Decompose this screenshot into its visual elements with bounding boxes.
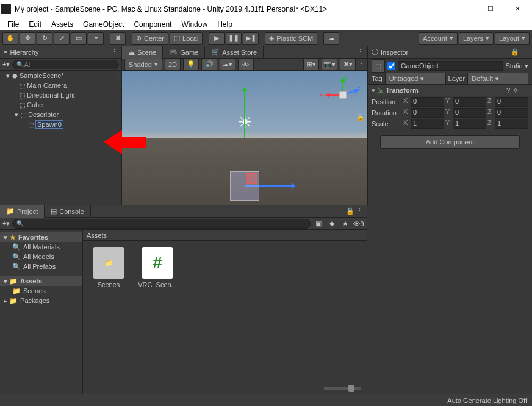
- gizmo-toggle[interactable]: ⊞▾: [303, 59, 319, 71]
- favorite-button[interactable]: ★: [340, 219, 351, 229]
- close-button[interactable]: ✕: [504, 1, 531, 18]
- filter-type-button[interactable]: ▣: [313, 219, 324, 229]
- project-item-folder[interactable]: 📁Scenes: [89, 247, 128, 288]
- pos-y-field[interactable]: 0: [453, 97, 486, 107]
- project-tabs-menu[interactable]: 🔒 ⋮: [342, 207, 367, 215]
- menu-gameobject[interactable]: GameObject: [78, 19, 129, 30]
- menu-assets[interactable]: Assets: [46, 19, 78, 30]
- rect-tool-button[interactable]: ▭: [71, 32, 87, 45]
- star-icon: ★: [10, 233, 16, 241]
- project-search[interactable]: 🔍: [12, 219, 311, 229]
- tab-asset-store[interactable]: 🛒Asset Store: [205, 46, 264, 59]
- hierarchy-search[interactable]: 🔍 All: [12, 60, 119, 69]
- tab-project[interactable]: 📁Project: [0, 205, 45, 218]
- pos-z-field[interactable]: 0: [495, 97, 528, 107]
- tab-console[interactable]: ▤Console: [45, 205, 90, 218]
- breadcrumb[interactable]: Assets: [83, 230, 367, 241]
- scene-row[interactable]: ▾ ⬣SampleScene*⋮: [0, 71, 121, 80]
- vcs-button[interactable]: ◈Plastic SCM: [265, 32, 317, 45]
- help-icon[interactable]: ?: [506, 87, 510, 94]
- lighting-toggle[interactable]: 💡: [183, 59, 199, 71]
- draw-mode-dropdown[interactable]: Shaded ▾: [124, 59, 162, 71]
- project-add-button[interactable]: +▾: [2, 219, 10, 227]
- menu-component[interactable]: Component: [129, 19, 176, 30]
- add-component-button[interactable]: Add Component: [380, 135, 520, 149]
- scale-tool-button[interactable]: ⤢: [54, 32, 70, 45]
- filter-label-button[interactable]: ◆: [326, 219, 337, 229]
- layer-dropdown[interactable]: Default ▾: [467, 73, 528, 85]
- tab-game[interactable]: 🎮Game: [163, 46, 205, 59]
- packages-header[interactable]: ▸ 📁 Packages: [0, 296, 82, 305]
- tag-dropdown[interactable]: Untagged ▾: [385, 73, 446, 85]
- component-menu-icon[interactable]: ⋮: [522, 87, 528, 94]
- app-icon: [1, 4, 11, 14]
- hierarchy-item-light[interactable]: ⬚Directional Light: [0, 90, 121, 100]
- project-item-script[interactable]: #VRC_Scen...: [138, 247, 177, 288]
- hierarchy-item-camera[interactable]: ⬚Main Camera: [0, 80, 121, 90]
- hierarchy-menu-icon[interactable]: ⋮: [111, 48, 118, 56]
- transform-header[interactable]: ▾ ⇲ Transform? ⛭ ⋮: [368, 84, 532, 96]
- scl-z-field[interactable]: 1: [495, 119, 528, 129]
- hierarchy-item-descriptor[interactable]: ▾ ⬚Descriptor: [0, 110, 121, 119]
- favorites-header[interactable]: ▾ ★ Favorites: [0, 232, 82, 242]
- hierarchy-item-editing[interactable]: ⬚Spawn0: [0, 119, 121, 129]
- move-tool-button[interactable]: ✥: [20, 32, 35, 45]
- thumbnail-size-slider[interactable]: [83, 383, 367, 394]
- lock-icon[interactable]: 🔒: [356, 113, 365, 121]
- scl-x-field[interactable]: 1: [411, 119, 444, 129]
- rotate-tool-button[interactable]: ↻: [37, 32, 52, 45]
- rot-z-field[interactable]: 0: [495, 108, 528, 118]
- tab-scene[interactable]: ⛰Scene: [122, 46, 163, 59]
- scene-menu-icon[interactable]: ⋮: [358, 60, 365, 68]
- pause-button[interactable]: ❚❚: [226, 32, 242, 45]
- tabs-menu-icon[interactable]: ⋮: [353, 48, 367, 56]
- custom-tool-button[interactable]: ✖: [110, 32, 126, 45]
- step-button[interactable]: ▶❚: [243, 32, 259, 45]
- menu-file[interactable]: File: [2, 19, 24, 30]
- assets-scenes[interactable]: 📁 Scenes: [0, 286, 82, 296]
- rot-y-field[interactable]: 0: [453, 108, 486, 118]
- selected-object[interactable]: [230, 171, 259, 201]
- cube-icon: ⬚: [27, 121, 34, 128]
- pivot-toggle[interactable]: ⊕Center: [132, 32, 168, 45]
- layout-dropdown[interactable]: Layout ▾: [495, 32, 530, 45]
- transform-tool-button[interactable]: ✦: [88, 32, 104, 45]
- play-button[interactable]: ▶: [209, 32, 225, 45]
- move-gizmo-y[interactable]: [244, 90, 245, 138]
- lock-icon[interactable]: 🔒: [511, 48, 519, 56]
- fav-prefabs[interactable]: 🔍 All Prefabs: [0, 262, 82, 271]
- scene-viewport[interactable]: ☀ y x z 🔒: [122, 71, 367, 205]
- hand-tool-button[interactable]: ✋: [2, 32, 18, 45]
- active-checkbox[interactable]: [387, 62, 395, 70]
- hidden-toggle[interactable]: 👁: [238, 59, 254, 71]
- menu-edit[interactable]: Edit: [24, 19, 46, 30]
- scl-y-field[interactable]: 1: [453, 119, 486, 129]
- fav-materials[interactable]: 🔍 All Materials: [0, 242, 82, 252]
- fav-models[interactable]: 🔍 All Models: [0, 252, 82, 262]
- inspector-menu-icon[interactable]: ⋮: [522, 48, 528, 56]
- tools-button[interactable]: ✖▾: [340, 59, 356, 71]
- account-dropdown[interactable]: Account ▾: [419, 32, 458, 45]
- 2d-toggle[interactable]: 2D: [165, 59, 181, 71]
- hierarchy-item-cube[interactable]: ⬚Cube: [0, 100, 121, 110]
- space-toggle[interactable]: ⬚Local: [170, 32, 203, 45]
- fx-toggle[interactable]: ☁▾: [220, 59, 235, 71]
- axis-x-label: x: [320, 91, 323, 98]
- pos-x-field[interactable]: 0: [411, 97, 444, 107]
- orientation-gizmo[interactable]: y x z: [325, 77, 361, 113]
- preset-icon[interactable]: ⛭: [512, 87, 519, 94]
- hidden-count[interactable]: 👁9: [353, 219, 364, 229]
- menu-help[interactable]: Help: [212, 19, 237, 30]
- name-field[interactable]: GameObject: [398, 61, 503, 71]
- hierarchy-add-button[interactable]: +▾: [2, 60, 10, 68]
- cloud-button[interactable]: ☁: [323, 32, 339, 45]
- maximize-button[interactable]: ☐: [477, 1, 504, 18]
- audio-toggle[interactable]: 🔊: [201, 59, 217, 71]
- minimize-button[interactable]: —: [450, 1, 477, 18]
- static-dropdown[interactable]: ▾: [525, 62, 528, 70]
- rot-x-field[interactable]: 0: [411, 108, 444, 118]
- menu-window[interactable]: Window: [176, 19, 212, 30]
- camera-button[interactable]: 📷▾: [322, 59, 337, 71]
- assets-header[interactable]: ▾ 📁 Assets: [0, 276, 82, 286]
- layers-dropdown[interactable]: Layers ▾: [459, 32, 494, 45]
